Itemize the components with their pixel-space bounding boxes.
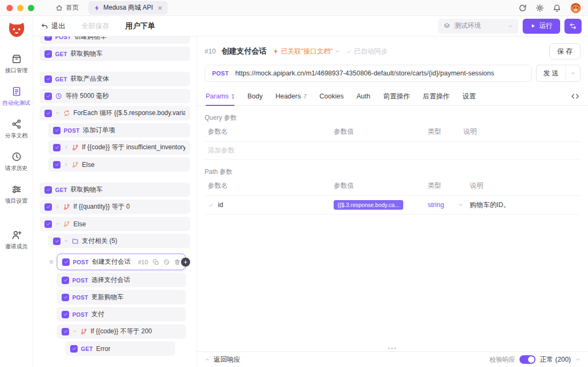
step-enabled-checkbox[interactable]: [44, 203, 52, 211]
test-step-row[interactable]: POST 选择支付会话: [57, 273, 186, 287]
check-icon: [46, 77, 51, 81]
tab-cookies[interactable]: Cookies: [320, 87, 344, 105]
disable-icon[interactable]: [163, 259, 170, 265]
linked-doc-link[interactable]: 已关联"接口文档": [273, 47, 340, 56]
param-desc[interactable]: 购物车的ID。: [466, 196, 581, 215]
gear-icon[interactable]: [536, 4, 544, 12]
step-enabled-checkbox[interactable]: [62, 328, 69, 335]
save-all-button[interactable]: 全部保存: [81, 21, 109, 31]
test-step-row[interactable]: POST 添加订单项: [48, 123, 190, 137]
step-enabled-checkbox[interactable]: [62, 311, 69, 318]
step-enabled-checkbox[interactable]: [44, 75, 52, 83]
test-step-row[interactable]: 等待 5000 毫秒: [40, 89, 190, 103]
collapse-icon[interactable]: [55, 221, 60, 226]
collapse-icon[interactable]: [55, 111, 60, 116]
step-enabled-checkbox[interactable]: [53, 127, 61, 134]
step-enabled-checkbox[interactable]: [62, 258, 70, 266]
step-enabled-checkbox[interactable]: [44, 50, 52, 58]
empty-cell[interactable]: [330, 142, 425, 160]
tab-body[interactable]: Body: [247, 87, 263, 105]
rail-item-automated-testing[interactable]: 自动化测试: [2, 86, 31, 107]
test-step-row[interactable]: 支付相关 (5): [48, 234, 190, 248]
test-step-row[interactable]: If {{quantity}} 等于 0: [40, 200, 190, 214]
test-step-row-selected[interactable]: ≡ POST 创建支付会话 #10: [57, 254, 186, 270]
empty-cell[interactable]: [460, 142, 581, 160]
tab-label: 前置操作: [383, 92, 410, 101]
test-step-row[interactable]: If {{code}} 等于 insufficient_inventory: [48, 140, 190, 155]
tab-post-operations[interactable]: 后置操作: [423, 87, 449, 105]
empty-cell[interactable]: [425, 142, 461, 160]
step-enabled-checkbox[interactable]: [62, 294, 69, 301]
test-step-row[interactable]: GET 获取产品变体: [40, 72, 190, 86]
minimize-window-button[interactable]: [17, 5, 24, 11]
tab-project[interactable]: Medusa 商城 API ×: [88, 1, 168, 14]
exit-button[interactable]: 退出: [41, 21, 65, 31]
expand-icon[interactable]: [55, 204, 60, 209]
delete-icon[interactable]: [174, 259, 180, 265]
close-tab-icon[interactable]: ×: [158, 4, 162, 12]
run-options-button[interactable]: [564, 19, 582, 34]
wait-clock-icon: [55, 93, 62, 100]
collapse-icon[interactable]: [64, 239, 69, 243]
step-enabled-checkbox[interactable]: [62, 277, 69, 284]
step-enabled-checkbox[interactable]: [44, 93, 52, 100]
step-enabled-checkbox[interactable]: [44, 110, 52, 117]
test-step-row[interactable]: GET 获取购物车: [40, 182, 190, 197]
validate-response-toggle[interactable]: [519, 355, 536, 364]
param-value-chip[interactable]: {{$.3.response.body.ca...: [334, 200, 403, 210]
save-button[interactable]: 保 存: [549, 43, 581, 59]
test-step-row[interactable]: POST 更新购物车: [57, 290, 186, 304]
step-enabled-checkbox[interactable]: [44, 220, 52, 228]
expected-status[interactable]: 正常 (200): [540, 355, 571, 364]
expand-icon[interactable]: [64, 145, 69, 150]
test-step-row[interactable]: ForEach 循环 {{$.5.response.body.variants[: [40, 106, 190, 120]
expand-icon[interactable]: [64, 162, 69, 167]
test-step-row[interactable]: Else: [40, 217, 190, 231]
rail-item-invite-members[interactable]: 邀请成员: [5, 230, 28, 250]
step-enabled-checkbox[interactable]: [53, 161, 61, 169]
refresh-icon[interactable]: [518, 4, 527, 12]
send-options-caret[interactable]: [566, 65, 580, 81]
step-enabled-checkbox[interactable]: [53, 144, 61, 151]
app-logo[interactable]: [7, 20, 26, 40]
tab-pre-operations[interactable]: 前置操作: [383, 87, 410, 105]
param-name[interactable]: id: [218, 201, 223, 209]
param-type-select[interactable]: string: [428, 201, 464, 209]
tab-home[interactable]: 首页: [50, 1, 84, 14]
close-window-button[interactable]: [6, 5, 13, 11]
step-enabled-checkbox[interactable]: [53, 238, 61, 245]
drag-handle[interactable]: ≡: [49, 258, 54, 266]
test-step-row[interactable]: GET 获取购物车: [40, 47, 190, 61]
test-step-row[interactable]: Else: [48, 157, 190, 172]
rail-item-api-management[interactable]: 接口管理: [5, 53, 28, 74]
test-steps-tree[interactable]: POST 创建购物车 GET 获取购物车 GET 获取产品变体: [33, 36, 197, 367]
send-button[interactable]: 发 送: [536, 65, 581, 82]
avatar[interactable]: [570, 2, 582, 14]
rail-item-request-history[interactable]: 请求历史: [5, 151, 28, 172]
tab-auth[interactable]: Auth: [357, 87, 371, 105]
step-enabled-checkbox[interactable]: [44, 36, 52, 41]
tab-settings[interactable]: 设置: [462, 87, 476, 105]
step-enabled-checkbox[interactable]: [44, 186, 52, 194]
zoom-window-button[interactable]: [28, 5, 34, 11]
copy-icon[interactable]: [153, 259, 159, 265]
tab-headers[interactable]: Headers 7: [275, 87, 306, 105]
tab-params[interactable]: Params 1: [206, 87, 235, 105]
response-collapse-toggle[interactable]: 返回响应: [205, 355, 240, 364]
environment-select[interactable]: 测试环境: [438, 19, 518, 34]
test-step-row[interactable]: GET Error: [65, 341, 175, 356]
run-button[interactable]: 运行: [523, 19, 560, 34]
code-icon[interactable]: [571, 92, 579, 101]
step-enabled-checkbox[interactable]: [70, 345, 78, 353]
add-param-input[interactable]: 添加参数: [205, 142, 330, 160]
collapse-icon[interactable]: [72, 329, 77, 334]
response-resize-handle[interactable]: ...: [197, 344, 588, 351]
test-step-row[interactable]: POST 支付: [57, 307, 186, 322]
bell-icon[interactable]: [553, 4, 561, 12]
rail-item-project-settings[interactable]: 项目设置: [5, 184, 28, 205]
url-input[interactable]: POST https://mock.apipark.cn/m1/4698937-…: [205, 65, 532, 82]
test-step-row[interactable]: If {{code}} 不等于 200: [57, 324, 186, 339]
rail-item-share-docs[interactable]: 分享文档: [5, 119, 28, 140]
test-step-row[interactable]: POST 创建购物车: [40, 36, 190, 44]
add-step-button[interactable]: [181, 257, 190, 266]
